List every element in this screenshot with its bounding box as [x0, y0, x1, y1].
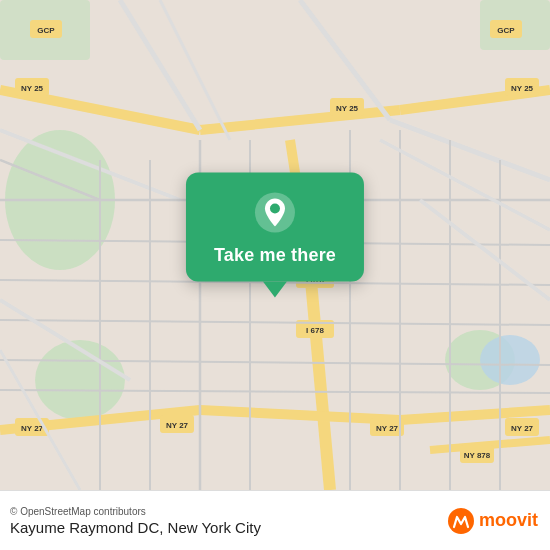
svg-text:GCP: GCP [497, 26, 515, 35]
map-view[interactable]: NY 25 NY 25 NY 25 GCP GCP I 678 I 678 NY… [0, 0, 550, 490]
svg-point-6 [480, 335, 540, 385]
popup-card: Take me there [186, 173, 364, 282]
moovit-text: moovit [479, 510, 538, 531]
svg-text:I 678: I 678 [306, 326, 324, 335]
popup-tail [263, 282, 287, 298]
svg-text:NY 27: NY 27 [166, 421, 189, 430]
location-pin-icon [253, 191, 297, 235]
moovit-icon [447, 507, 475, 535]
svg-text:NY 27: NY 27 [376, 424, 399, 433]
take-me-there-button[interactable]: Take me there [214, 245, 336, 266]
svg-text:NY 27: NY 27 [21, 424, 44, 433]
svg-text:NY 878: NY 878 [464, 451, 491, 460]
svg-text:NY 27: NY 27 [511, 424, 534, 433]
svg-text:GCP: GCP [37, 26, 55, 35]
svg-text:NY 25: NY 25 [336, 104, 359, 113]
svg-point-66 [448, 508, 474, 534]
moovit-logo: moovit [447, 507, 538, 535]
svg-point-65 [270, 204, 280, 214]
copyright-text: © OpenStreetMap contributors [10, 506, 261, 517]
bottom-left-info: © OpenStreetMap contributors Kayume Raym… [10, 506, 261, 536]
svg-text:NY 25: NY 25 [511, 84, 534, 93]
location-popup: Take me there [186, 173, 364, 298]
svg-point-2 [35, 340, 125, 420]
location-name: Kayume Raymond DC, New York City [10, 519, 261, 536]
svg-text:NY 25: NY 25 [21, 84, 44, 93]
bottom-bar: © OpenStreetMap contributors Kayume Raym… [0, 490, 550, 550]
